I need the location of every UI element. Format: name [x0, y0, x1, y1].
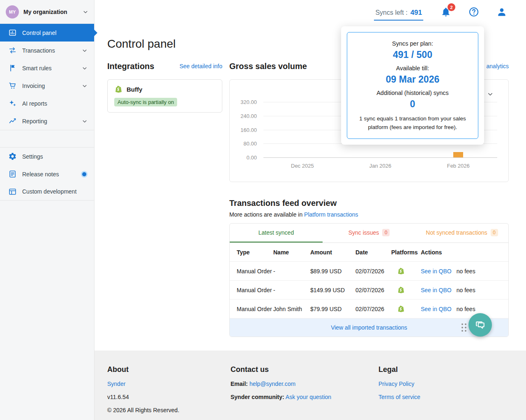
sidebar-item-transactions[interactable]: Transactions [0, 42, 94, 59]
plan-value: 491 / 500 [354, 49, 471, 60]
chat-fab-button[interactable] [468, 313, 492, 337]
notifications-button[interactable]: 2 [441, 7, 451, 17]
syncs-popup: Syncs per plan: 491 / 500 Available till… [341, 26, 484, 145]
footer-about: About Synder v11.6.54 © 2026 All Rights … [107, 365, 231, 420]
cell-name: John Smith [273, 306, 310, 312]
sidebar-item-control-panel[interactable]: Control panel [0, 24, 94, 42]
email-link[interactable]: help@synder.com [249, 381, 295, 387]
footer-about-heading: About [107, 365, 231, 374]
tab-not-synced[interactable]: Not synced transactions 0 [415, 224, 508, 242]
shopify-icon [397, 267, 405, 275]
transactions-icon [8, 46, 17, 55]
sparkles-icon [8, 99, 17, 108]
fees-note: no fees [457, 268, 475, 275]
tab-badge: 0 [491, 229, 498, 236]
syncs-left-value: 491 [411, 9, 422, 17]
platform-transactions-link[interactable]: Platform transactions [304, 211, 358, 218]
cell-type: Manual Order [237, 287, 273, 293]
sidebar-item-label: Control panel [22, 30, 88, 36]
chart-period-chevron-icon[interactable] [486, 90, 494, 98]
footer-contact-heading: Contact us [231, 365, 378, 374]
sidebar-item-release-notes[interactable]: Release notes [0, 165, 94, 183]
cell-name: - [273, 268, 310, 275]
sidebar-nav: Control panel Transactions Smart rules [0, 24, 94, 201]
col-platforms: Platforms [391, 249, 421, 256]
table-header: Type Name Amount Date Platforms Actions [230, 243, 508, 262]
integration-name: Buffy [127, 86, 142, 93]
integrations-heading: Integrations [107, 62, 154, 71]
table-row: Manual Order John Smith $79.99 USD 02/07… [230, 300, 508, 318]
chart-x-label: Dec 2025 [263, 163, 341, 169]
shopify-icon [114, 85, 123, 94]
footer-contact: Contact us Email: help@synder.com Synder… [231, 365, 378, 420]
see-in-qbo-link[interactable]: See in QBO [421, 306, 452, 312]
tab-sync-issues[interactable]: Sync issues 0 [323, 224, 415, 242]
syncs-left-button[interactable]: Syncs left : 491 [374, 9, 423, 21]
copyright: © 2026 All Rights Reserved. [107, 407, 231, 413]
table-row: Manual Order - $149.99 USD 02/07/2026 Se… [230, 281, 508, 300]
sidebar-item-smart-rules[interactable]: Smart rules [0, 59, 94, 77]
table-row: Manual Order - $89.99 USD 02/07/2026 See… [230, 262, 508, 281]
cell-name: - [273, 287, 310, 293]
detailed-analytics-link[interactable]: analytics [487, 63, 509, 69]
sidebar-item-ai-reports[interactable]: AI reports [0, 95, 94, 112]
privacy-policy-link[interactable]: Privacy Policy [378, 381, 414, 387]
chevron-down-icon [81, 47, 88, 54]
cell-date: 02/07/2026 [355, 306, 391, 312]
chart-y-tick: 320.00 [240, 99, 257, 105]
chart-y-tick: 240.00 [240, 113, 257, 119]
cell-date: 02/07/2026 [355, 268, 391, 275]
tab-latest-synced[interactable]: Latest synced [230, 224, 323, 242]
plan-label: Syncs per plan: [354, 40, 471, 47]
transactions-card: Latest synced Sync issues 0 Not synced t… [229, 223, 509, 337]
community-link[interactable]: Ask your question [286, 394, 331, 400]
col-actions: Actions [421, 249, 501, 256]
sidebar-item-reporting[interactable]: Reporting [0, 112, 94, 130]
see-in-qbo-link[interactable]: See in QBO [421, 287, 452, 293]
view-all-transactions-link[interactable]: View all imported transactions [331, 324, 407, 331]
shopify-icon [397, 305, 405, 313]
chevron-down-icon [81, 82, 88, 90]
transactions-feed-subtext: More actions are available in [229, 211, 302, 218]
control-panel-icon [8, 28, 17, 37]
integration-card[interactable]: Buffy Auto-sync is partially on [107, 79, 222, 113]
sidebar: MY My organization Control panel Transac… [0, 0, 95, 420]
chart-x-label: Feb 2026 [419, 163, 497, 169]
chart-y-tick: 80.00 [243, 141, 257, 147]
account-button[interactable] [496, 7, 507, 17]
organization-selector[interactable]: MY My organization [0, 0, 94, 24]
gear-icon [8, 152, 17, 161]
community-label: Synder community: [231, 394, 284, 400]
sidebar-item-custom-development[interactable]: Custom development [0, 183, 94, 201]
transactions-feed-heading: Transactions feed overview [229, 198, 509, 208]
drag-handle[interactable] [461, 323, 466, 332]
see-detailed-info-link[interactable]: See detailed info [180, 63, 222, 69]
transactions-feed-section: Transactions feed overview More actions … [229, 198, 509, 337]
tab-label: Latest synced [258, 229, 294, 236]
chart-y-tick: 0.00 [247, 155, 257, 161]
chevron-down-icon [81, 118, 88, 125]
chart-x-label: Jan 2026 [341, 163, 420, 169]
view-all-row: View all imported transactions [230, 318, 508, 337]
transactions-tabs: Latest synced Sync issues 0 Not synced t… [230, 224, 508, 243]
person-icon [496, 7, 507, 17]
page-footer: About Synder v11.6.54 © 2026 All Rights … [95, 351, 526, 420]
fees-note: no fees [457, 306, 475, 312]
cell-type: Manual Order [237, 306, 273, 312]
available-till-label: Available till: [354, 65, 471, 72]
app-version: v11.6.54 [107, 394, 231, 400]
sidebar-item-label: Reporting [22, 118, 81, 125]
see-in-qbo-link[interactable]: See in QBO [421, 268, 452, 275]
sidebar-item-label: Settings [22, 153, 88, 160]
chevron-down-icon [82, 8, 89, 16]
help-button[interactable] [468, 7, 479, 17]
sidebar-item-settings[interactable]: Settings [0, 148, 94, 165]
cart-icon [8, 81, 17, 90]
footer-legal-heading: Legal [378, 365, 420, 374]
terms-of-service-link[interactable]: Terms of service [378, 394, 420, 400]
topbar: Syncs left : 491 2 [95, 0, 526, 24]
chart-yaxis: 320.00240.00160.0080.000.00 [230, 102, 259, 157]
tab-label: Sync issues [348, 229, 379, 236]
sidebar-item-invoicing[interactable]: Invoicing [0, 77, 94, 95]
synder-link[interactable]: Synder [107, 381, 125, 387]
